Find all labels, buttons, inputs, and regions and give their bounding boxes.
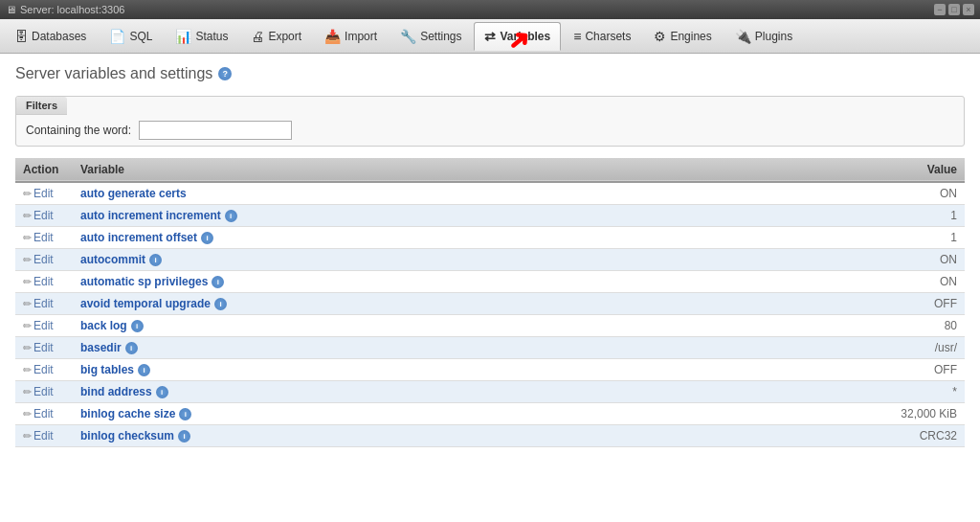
info-icon[interactable]: i [212, 276, 224, 288]
nav-import[interactable]: 📥 Import [314, 22, 388, 51]
nav-charsets[interactable]: ≡ Charsets [563, 22, 641, 51]
value-cell: 32,000 KiB [702, 403, 965, 425]
nav-variables[interactable]: ⇄ Variables [474, 22, 561, 51]
main-content: Server variables and settings ? Filters … [0, 54, 980, 522]
info-icon[interactable]: i [125, 342, 138, 354]
info-icon[interactable]: i [131, 320, 144, 332]
variable-cell: bind addressi [73, 381, 702, 403]
value-cell: ON [702, 249, 965, 271]
variable-cell: binlog checksumi [73, 425, 702, 447]
variable-cell: basediri [73, 337, 702, 359]
col-variable: Variable [73, 158, 702, 182]
title-bar: 🖥 Server: localhost:3306 − □ × [0, 0, 980, 19]
edit-link[interactable]: ✏ Edit [23, 231, 65, 244]
edit-link[interactable]: ✏ Edit [23, 341, 65, 354]
value-cell: OFF [702, 293, 965, 315]
table-header-row: Action Variable Value [15, 158, 965, 182]
server-icon: 🖥 [6, 4, 16, 15]
action-cell: ✏ Edit [15, 182, 73, 205]
close-button[interactable]: × [963, 4, 974, 15]
settings-icon: 🔧 [400, 29, 416, 44]
value-cell: 1 [702, 227, 965, 249]
action-cell: ✏ Edit [15, 315, 73, 337]
variable-cell: auto generate certs [73, 182, 702, 205]
action-cell: ✏ Edit [15, 425, 73, 447]
value-cell: ON [702, 182, 965, 205]
variables-icon: ⇄ [484, 29, 496, 44]
page-title: Server variables and settings [15, 65, 212, 82]
pencil-icon: ✏ [23, 188, 32, 200]
value-cell: 1 [702, 205, 965, 227]
table-row: ✏ Editauto generate certsON [15, 182, 965, 205]
variable-cell: binlog cache sizei [73, 403, 702, 425]
pencil-icon: ✏ [23, 254, 32, 266]
info-icon[interactable]: i [149, 254, 162, 266]
pencil-icon: ✏ [23, 232, 32, 244]
edit-link[interactable]: ✏ Edit [23, 385, 65, 398]
nav-export[interactable]: 🖨 Export [240, 22, 312, 51]
table-row: ✏ Editautomatic sp privilegesiON [15, 271, 965, 293]
info-icon[interactable]: i [138, 364, 150, 376]
filters-box: Filters Containing the word: [15, 96, 965, 147]
nav-engines[interactable]: ⚙ Engines [643, 22, 722, 51]
nav-bar: 🗄 Databases 📄 SQL 📊 Status 🖨 Export 📥 Im… [0, 19, 980, 54]
variable-name: auto generate certs [80, 187, 695, 200]
nav-plugins[interactable]: 🔌 Plugins [724, 22, 803, 51]
col-value: Value [702, 158, 965, 182]
action-cell: ✏ Edit [15, 205, 73, 227]
variable-cell: avoid temporal upgradei [73, 293, 702, 315]
filter-input[interactable] [139, 121, 292, 140]
value-cell: CRC32 [702, 425, 965, 447]
page-title-container: Server variables and settings ? [15, 65, 965, 82]
info-icon[interactable]: i [179, 408, 191, 420]
nav-sql[interactable]: 📄 SQL [99, 22, 163, 51]
edit-link[interactable]: ✏ Edit [23, 429, 65, 443]
variable-name: binlog cache sizei [80, 407, 695, 420]
value-cell: /usr/ [702, 337, 965, 359]
edit-link[interactable]: ✏ Edit [23, 275, 65, 288]
edit-link[interactable]: ✏ Edit [23, 363, 65, 376]
variable-cell: back logi [73, 315, 702, 337]
maximize-button[interactable]: □ [948, 4, 960, 15]
info-icon[interactable]: i [214, 298, 227, 310]
info-icon[interactable]: i [156, 386, 168, 398]
page-help-icon[interactable]: ? [218, 67, 232, 80]
variable-name: automatic sp privilegesi [80, 275, 695, 288]
edit-link[interactable]: ✏ Edit [23, 297, 65, 310]
nav-status[interactable]: 📊 Status [165, 22, 238, 51]
action-cell: ✏ Edit [15, 227, 73, 249]
variable-cell: automatic sp privilegesi [73, 271, 702, 293]
window-controls[interactable]: − □ × [934, 4, 974, 15]
table-row: ✏ EditautocommitiON [15, 249, 965, 271]
value-cell: 80 [702, 315, 965, 337]
variable-name: big tablesi [80, 363, 695, 376]
info-icon[interactable]: i [178, 430, 190, 443]
table-row: ✏ Editbasediri/usr/ [15, 337, 965, 359]
pencil-icon: ✏ [23, 386, 32, 398]
edit-link[interactable]: ✏ Edit [23, 319, 65, 332]
pencil-icon: ✏ [23, 298, 32, 310]
import-icon: 📥 [324, 29, 341, 44]
table-row: ✏ Editbind addressi* [15, 381, 965, 403]
variable-name: binlog checksumi [80, 429, 695, 443]
engines-icon: ⚙ [654, 29, 666, 44]
variable-name: bind addressi [80, 385, 695, 398]
info-icon[interactable]: i [201, 232, 213, 244]
info-icon[interactable]: i [225, 210, 237, 222]
edit-link[interactable]: ✏ Edit [23, 209, 65, 222]
variable-name: avoid temporal upgradei [80, 297, 695, 310]
minimize-button[interactable]: − [934, 4, 946, 15]
variable-name: autocommiti [80, 253, 695, 266]
edit-link[interactable]: ✏ Edit [23, 187, 65, 200]
table-row: ✏ Editbinlog checksumiCRC32 [15, 425, 965, 447]
value-cell: ON [702, 271, 965, 293]
edit-link[interactable]: ✏ Edit [23, 407, 65, 420]
charsets-icon: ≡ [573, 29, 581, 44]
nav-databases[interactable]: 🗄 Databases [4, 22, 97, 51]
edit-link[interactable]: ✏ Edit [23, 253, 65, 266]
variable-name: auto increment incrementi [80, 209, 695, 222]
nav-settings[interactable]: 🔧 Settings [390, 22, 472, 51]
sql-icon: 📄 [109, 29, 125, 44]
action-cell: ✏ Edit [15, 271, 73, 293]
action-cell: ✏ Edit [15, 293, 73, 315]
